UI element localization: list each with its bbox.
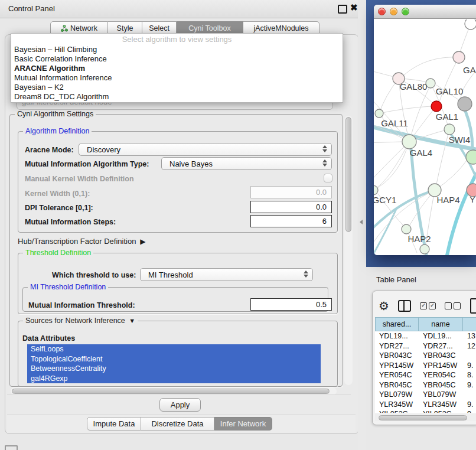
table-cell: YDR27... bbox=[419, 341, 463, 351]
table-row[interactable]: YLR345WYLR345W9. bbox=[375, 400, 476, 410]
network-node[interactable] bbox=[458, 97, 472, 111]
table-row[interactable]: YPR145WYPR145W9. bbox=[375, 361, 476, 371]
node-label: GAL1 bbox=[436, 112, 458, 122]
network-window-titlebar[interactable] bbox=[374, 5, 476, 19]
table-row[interactable]: YDR27...YDR27...12 bbox=[375, 341, 476, 351]
node-label: GAL80 bbox=[400, 81, 428, 92]
dropdown-item-bayesian-k2[interactable]: Bayesian – K2 bbox=[11, 83, 343, 92]
sources-group-title[interactable]: Sources for Network Inference ▼ bbox=[23, 317, 138, 325]
node-label: GAL bbox=[463, 65, 476, 75]
network-node[interactable] bbox=[465, 19, 476, 30]
mi-steps-input[interactable]: 6 bbox=[250, 215, 332, 227]
dropdown-item-aracne-algorithm[interactable]: ARACNE Algorithm bbox=[11, 64, 343, 73]
data-attributes-list[interactable]: SelfLoopsTopologicalCoefficientBetweenne… bbox=[27, 344, 321, 383]
table-cell: YER054C bbox=[375, 370, 419, 380]
apply-button[interactable]: Apply bbox=[159, 398, 201, 412]
network-node[interactable] bbox=[431, 101, 442, 112]
close-icon[interactable]: ✖ bbox=[350, 2, 358, 13]
settings-vertical-scrollbar[interactable] bbox=[344, 116, 353, 385]
network-edge[interactable] bbox=[374, 208, 397, 255]
network-edge[interactable] bbox=[374, 70, 393, 77]
bottom-tab-discretize-data[interactable]: Discretize Data bbox=[141, 417, 214, 431]
node-label: HAP2 bbox=[407, 234, 431, 244]
network-node-gal1[interactable] bbox=[444, 124, 455, 135]
which-threshold-label: Which threshold to use: bbox=[52, 271, 136, 279]
mi-threshold-definition-title: MI Threshold Definition bbox=[28, 283, 108, 291]
settings-horizontal-scrollbar-thumb[interactable] bbox=[12, 389, 330, 394]
network-graph[interactable]: GALGAL80GAL10GAL1GAL11GAL4SWI4GCY1HAP4YH… bbox=[374, 19, 476, 255]
network-node-gal11[interactable] bbox=[375, 109, 383, 118]
network-edge[interactable] bbox=[374, 142, 409, 184]
deselect-all-columns-icon[interactable] bbox=[445, 302, 461, 309]
columns-icon[interactable] bbox=[398, 300, 411, 312]
network-edge[interactable] bbox=[374, 142, 402, 143]
table-cell: 12 bbox=[463, 341, 476, 351]
minimized-panel-icon[interactable] bbox=[5, 445, 18, 450]
file-icon[interactable] bbox=[470, 298, 476, 314]
mi-threshold-input[interactable]: 0.5 bbox=[250, 298, 332, 311]
attribute-item-gal4rgexp[interactable]: gal4RGexp bbox=[27, 374, 321, 384]
table-cell: YLR345W bbox=[375, 400, 419, 410]
dpi-tolerance-input[interactable]: 0.0 bbox=[250, 201, 332, 213]
table-cell: YLR345W bbox=[419, 400, 463, 410]
minimize-traffic-light-icon[interactable] bbox=[390, 8, 397, 15]
network-edge[interactable] bbox=[404, 57, 459, 75]
hub-definition-toggle[interactable]: Hub/Transcription Factor Definition ▶ bbox=[18, 237, 146, 246]
table-horizontal-scrollbar-thumb[interactable] bbox=[379, 415, 467, 420]
network-edge[interactable] bbox=[379, 106, 431, 113]
network-edge[interactable] bbox=[436, 129, 449, 184]
network-canvas[interactable]: GALGAL80GAL10GAL1GAL11GAL4SWI4GCY1HAP4YH… bbox=[374, 19, 476, 255]
network-node[interactable] bbox=[420, 244, 429, 254]
network-node-gal4[interactable] bbox=[402, 135, 416, 149]
table-row[interactable]: YBR045CYBR045C9. bbox=[375, 380, 476, 390]
network-edge[interactable] bbox=[409, 87, 429, 142]
panel-splitter[interactable] bbox=[358, 0, 366, 450]
network-view-window[interactable]: GALGAL80GAL10GAL1GAL11GAL4SWI4GCY1HAP4YH… bbox=[374, 5, 476, 255]
close-traffic-light-icon[interactable] bbox=[378, 8, 386, 15]
gear-icon[interactable]: ⚙ bbox=[379, 299, 389, 313]
node-label: GAL4 bbox=[410, 148, 432, 158]
network-node-gcy1[interactable] bbox=[374, 185, 378, 195]
table-cell: YER054C bbox=[419, 370, 463, 380]
table-cell: 9 bbox=[463, 409, 476, 413]
table-row[interactable]: YDL19...YDL19...13 bbox=[375, 331, 476, 341]
table-row[interactable]: YER054CYER054C8. bbox=[375, 370, 476, 380]
network-node-hap2[interactable] bbox=[402, 224, 411, 234]
table-cell: YBR045C bbox=[375, 380, 419, 390]
column-header-shared[interactable]: shared... bbox=[375, 317, 419, 331]
settings-vertical-scrollbar-thumb[interactable] bbox=[345, 117, 351, 232]
table-row[interactable]: YBR043CYBR043C bbox=[375, 351, 476, 361]
mi-steps-value: 6 bbox=[322, 217, 327, 226]
table-row[interactable]: YBL079WYBL079W bbox=[375, 390, 476, 400]
column-header-name[interactable]: name bbox=[419, 317, 463, 331]
bottom-tab-impute-data[interactable]: Impute Data bbox=[87, 417, 141, 431]
select-all-columns-icon[interactable]: ✓✓ bbox=[420, 302, 436, 309]
kernel-width-input[interactable]: 0.0 bbox=[250, 186, 332, 198]
float-window-icon[interactable] bbox=[338, 5, 347, 14]
control-panel-header: Control Panel ✖ bbox=[0, 0, 361, 18]
panel-title: Control Panel bbox=[8, 4, 55, 13]
which-threshold-select[interactable]: MI Threshold bbox=[140, 268, 313, 281]
column-header-2[interactable] bbox=[463, 317, 476, 331]
data-attributes-label: Data Attributes bbox=[22, 334, 75, 343]
network-node-gal10[interactable] bbox=[426, 79, 435, 88]
network-node-gal[interactable] bbox=[453, 51, 465, 63]
zoom-traffic-light-icon[interactable] bbox=[402, 8, 409, 15]
network-edge[interactable] bbox=[377, 142, 409, 188]
bottom-tab-infer-network[interactable]: Infer Network bbox=[214, 417, 272, 431]
mi-algorithm-type-select[interactable]: Naive Bayes bbox=[161, 157, 332, 170]
aracne-mode-select[interactable]: Discovery bbox=[79, 143, 332, 156]
dropdown-item-dream8-dc-tdc-algorithm[interactable]: Dream8 DC_TDC Algorithm bbox=[11, 92, 343, 102]
table-row[interactable]: YIL052CYIL052C9 bbox=[375, 409, 476, 413]
attribute-item-selfloops[interactable]: SelfLoops bbox=[27, 344, 321, 354]
dropdown-item-mutual-information-inference[interactable]: Mutual Information Inference bbox=[11, 73, 343, 83]
table-body: YDL19...YDL19...13YDR27...YDR27...12YBR0… bbox=[375, 331, 476, 413]
table-horizontal-scrollbar[interactable] bbox=[375, 414, 476, 421]
attribute-item-betweennesscentrality[interactable]: BetweennessCentrality bbox=[27, 364, 321, 374]
splitter-collapse-arrow-icon[interactable] bbox=[360, 220, 363, 224]
dropdown-item-bayesian-hill-climbing[interactable]: Bayesian – Hill Climbing bbox=[11, 45, 343, 54]
attribute-item-topologicalcoefficient[interactable]: TopologicalCoefficient bbox=[27, 354, 321, 364]
dropdown-item-basic-correlation-inference[interactable]: Basic Correlation Inference bbox=[11, 54, 343, 64]
manual-kernel-width-checkbox[interactable] bbox=[324, 174, 332, 182]
network-node-swi4[interactable] bbox=[466, 150, 476, 164]
